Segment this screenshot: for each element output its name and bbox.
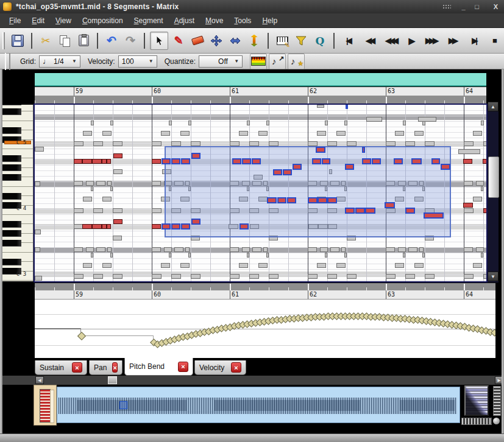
matrix-note-selected[interactable] (316, 147, 325, 153)
trigger-segment-button[interactable]: ♪↗ (269, 54, 286, 69)
matrix-note-red[interactable] (92, 224, 102, 229)
matrix-note-red[interactable] (152, 224, 161, 229)
matrix-note[interactable] (425, 274, 435, 279)
matrix-note-selected[interactable] (405, 208, 415, 214)
matrix-note-selected[interactable] (240, 223, 249, 230)
matrix-note[interactable] (408, 247, 417, 252)
matrix-note[interactable] (247, 121, 250, 125)
piano-keyboard[interactable]: C 5C 4C 3 (2, 105, 34, 281)
cut-button[interactable]: ✂ (37, 32, 54, 49)
undo-button[interactable]: ↶ (103, 32, 120, 49)
matrix-note[interactable] (180, 131, 190, 136)
matrix-note-selected[interactable] (322, 158, 330, 164)
matrix-note-selected[interactable] (287, 197, 296, 203)
menu-item-segment[interactable]: Segment (129, 15, 169, 27)
matrix-note-selected[interactable] (252, 158, 261, 164)
matrix-note[interactable] (344, 121, 347, 125)
scroll-left-button[interactable]: ◀ (35, 376, 44, 384)
piano-black-key[interactable] (2, 240, 21, 247)
matrix-note[interactable] (252, 247, 261, 252)
matrix-note[interactable] (395, 131, 404, 136)
matrix-note[interactable] (102, 263, 112, 268)
erase-tool-button[interactable] (189, 32, 206, 49)
window-border-bottom[interactable] (0, 433, 504, 442)
matrix-note[interactable] (481, 253, 483, 258)
matrix-note[interactable] (164, 247, 172, 252)
matrix-note[interactable] (188, 253, 191, 258)
matrix-note[interactable] (169, 253, 171, 258)
matrix-note[interactable] (347, 141, 357, 146)
matrix-note-red[interactable] (483, 159, 486, 164)
chord-name-ruler[interactable] (35, 73, 486, 86)
matrix-note[interactable] (425, 141, 435, 146)
selection-rectangle[interactable] (165, 146, 451, 237)
menu-item-tools[interactable]: Tools (229, 15, 257, 27)
matrix-note-red[interactable] (102, 224, 107, 229)
matrix-note[interactable] (249, 274, 259, 279)
matrix-note[interactable] (476, 181, 484, 186)
vertical-scrollbar-thumb[interactable] (488, 156, 499, 198)
matrix-note[interactable] (110, 121, 113, 125)
matrix-note[interactable] (269, 274, 279, 279)
transport-stop-button[interactable]: ■ (486, 32, 503, 49)
matrix-note[interactable] (325, 253, 327, 258)
tab-velocity[interactable]: Velocity× (194, 360, 246, 375)
matrix-note-red[interactable] (463, 159, 472, 164)
matrix-note[interactable] (395, 263, 404, 268)
matrix-note-selected[interactable] (171, 158, 180, 164)
matrix-note[interactable] (152, 208, 161, 213)
redo-button[interactable]: ↷ (122, 32, 139, 49)
matrix-note[interactable] (174, 247, 183, 252)
matrix-note-selected[interactable] (181, 158, 190, 164)
tab-close-button[interactable]: × (178, 362, 188, 372)
matrix-note-red[interactable] (82, 224, 92, 229)
matrix-note[interactable] (191, 274, 201, 279)
matrix-note-selected[interactable] (308, 197, 318, 203)
tab-pan[interactable]: Pan× (89, 360, 122, 375)
matrix-note[interactable] (308, 247, 317, 252)
matrix-note[interactable] (473, 263, 482, 268)
matrix-note[interactable] (86, 247, 94, 252)
matrix-note[interactable] (230, 247, 239, 252)
matrix-note[interactable] (403, 253, 405, 258)
menu-item-view[interactable]: View (50, 15, 77, 27)
matrix-note-selected[interactable] (362, 147, 365, 153)
matrix-note[interactable] (74, 141, 83, 146)
tab-pitch-bend[interactable]: Pitch Bend× (124, 358, 193, 376)
menu-item-edit[interactable]: Edit (26, 15, 50, 27)
matrix-note-red[interactable] (113, 153, 122, 158)
matrix-note[interactable] (414, 131, 424, 136)
select-tool-button[interactable] (150, 32, 168, 50)
matrix-note[interactable] (230, 274, 240, 279)
matrix-note-selected[interactable] (346, 105, 348, 109)
matrix-note[interactable] (386, 141, 396, 146)
matrix-note[interactable] (107, 247, 112, 252)
matrix-note-red[interactable] (92, 159, 102, 164)
matrix-note-selected[interactable] (362, 158, 371, 164)
save-button[interactable] (9, 32, 26, 49)
matrix-note[interactable] (169, 121, 172, 125)
matrix-note[interactable] (481, 186, 483, 191)
matrix-note[interactable] (308, 274, 318, 279)
matrix-note[interactable] (96, 181, 105, 186)
matrix-note[interactable] (91, 253, 93, 258)
matrix-note-selected[interactable] (242, 158, 251, 164)
matrix-note[interactable] (263, 247, 268, 252)
matrix-note-selected[interactable] (161, 158, 171, 164)
matrix-note-selected[interactable] (345, 164, 354, 170)
panner-keyboard-preview[interactable] (34, 385, 57, 426)
matrix-note[interactable] (180, 263, 190, 268)
quantize-select[interactable]: Off ▼ (199, 55, 243, 68)
toolbar-handle[interactable] (2, 32, 5, 49)
matrix-note[interactable] (325, 121, 328, 125)
matrix-note[interactable] (93, 274, 103, 279)
matrix-note-selected[interactable] (411, 158, 422, 164)
matrix-note[interactable] (188, 121, 191, 125)
matrix-note-selected[interactable] (283, 169, 292, 175)
matrix-note[interactable] (185, 247, 190, 252)
tab-close-button[interactable]: × (72, 362, 82, 373)
matrix-note-selected[interactable] (385, 202, 395, 208)
matrix-note[interactable] (35, 230, 41, 234)
menu-item-help[interactable]: Help (257, 15, 283, 27)
tab-close-button[interactable]: × (112, 362, 118, 373)
